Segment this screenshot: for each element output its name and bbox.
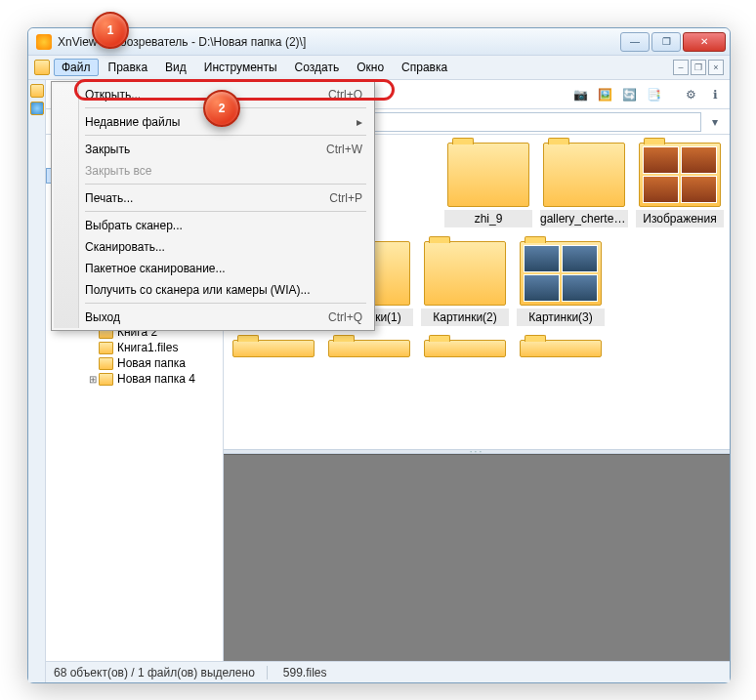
menu-print-label: Печать... [85,191,329,205]
app-icon [36,34,52,50]
thumbnail-item[interactable] [230,340,317,357]
tree-item-label: Новая папка 4 [117,372,195,386]
window-title: XnView - [Обозреватель - D:\Новая папка … [58,35,618,49]
vertical-toolstrip [28,80,46,682]
thumbnail-item[interactable]: Картинки(3) [517,241,605,326]
status-bar: 68 объект(ов) / 1 файл(ов) выделено 599.… [46,661,730,682]
thumbnail-item[interactable]: gallery_chertezhi... [540,143,628,227]
thumbnail-item[interactable]: Изображения [636,143,724,227]
menu-close-all: Закрыть все [54,160,372,182]
menu-close-all-label: Закрыть все [85,164,362,178]
close-button[interactable]: ✕ [683,32,726,52]
thumbnail-image [520,241,602,306]
mdi-close-button[interactable]: × [708,60,724,75]
menu-help[interactable]: Справка [394,59,455,76]
menu-exit-label: Выход [85,310,328,324]
menu-open-shortcut: Ctrl+O [328,88,362,102]
mdi-controls: – ❐ × [673,60,724,75]
window-controls: — ❐ ✕ [618,32,726,52]
thumbnail-item[interactable]: Картинки(2) [421,241,509,326]
sidebar-view-icon[interactable] [30,102,44,115]
thumbnail-item[interactable] [517,340,605,357]
menu-window[interactable]: Окно [349,59,392,76]
thumbnail-item[interactable]: zhi_9 [444,143,532,227]
window-frame: XnView - [Обозреватель - D:\Новая папка … [27,27,731,683]
thumbnail-image [639,143,721,207]
toolbar-convert-icon[interactable]: 🔄 [618,84,640,105]
menu-acquire-wia[interactable]: Получить со сканера или камеры (WIA)... [54,279,372,301]
toolbar-slide-icon[interactable]: 🖼️ [594,84,615,105]
folder-icon [99,342,113,354]
menubar-icon [34,60,50,75]
tree-expand-icon[interactable]: ⊞ [87,374,99,385]
menu-file[interactable]: Файл Открыть... Ctrl+O Недавние файлы ▸ … [54,59,99,76]
address-dropdown-icon[interactable]: ▾ [704,111,726,133]
thumbnail-item[interactable] [421,340,509,357]
menu-view[interactable]: Вид [157,59,194,76]
menu-edit[interactable]: Правка [101,59,156,76]
minimize-button[interactable]: — [620,32,650,52]
thumbnail-image [424,241,506,306]
menu-scan[interactable]: Сканировать... [54,236,372,258]
maximize-button[interactable]: ❐ [651,32,681,52]
toolbar-settings-icon[interactable]: ⚙ [680,84,701,105]
menu-exit[interactable]: Выход Ctrl+Q [54,307,372,328]
tree-item-label: Новая папка [117,356,186,370]
toolbar-info-icon[interactable]: ℹ [704,84,726,105]
menu-file-label: Файл [62,61,91,74]
menu-acquire-wia-label: Получить со сканера или камеры (WIA)... [85,283,362,297]
folder-icon [99,357,113,370]
thumbnail-image [447,143,529,207]
menu-tools[interactable]: Инструменты [196,59,285,76]
folder-icon [99,373,113,386]
mdi-restore-button[interactable]: ❐ [691,60,706,75]
menu-close-shortcut: Ctrl+W [326,143,362,156]
thumbnail-caption: zhi_9 [444,210,532,227]
menu-scan-label: Сканировать... [85,240,362,254]
thumbnail-item[interactable] [325,340,413,357]
tree-item[interactable]: Новая папка [46,355,223,371]
callout-2: 2 [203,90,240,127]
menu-print-shortcut: Ctrl+P [329,191,362,205]
menu-exit-shortcut: Ctrl+Q [328,310,362,324]
callout-1: 1 [92,12,129,49]
menu-select-scanner[interactable]: Выбрать сканер... [54,215,372,236]
tree-item[interactable]: Книга1.files [46,340,223,355]
menu-print[interactable]: Печать... Ctrl+P [54,187,372,209]
toolbar-camera-icon[interactable]: 📷 [569,84,591,105]
thumbnail-caption: Изображения [636,210,724,227]
menu-close-label: Закрыть [85,143,326,156]
preview-pane [224,454,730,661]
mdi-minimize-button[interactable]: – [673,60,689,75]
thumbnail-caption: gallery_chertezhi... [540,210,628,227]
tree-item[interactable]: ⊞Новая папка 4 [46,371,223,387]
thumbnail-image [543,143,625,207]
sidebar-browser-icon[interactable] [30,84,44,98]
thumbnail-caption: Картинки(3) [517,309,605,326]
toolbar-thumbnail-icon[interactable]: 📑 [643,84,664,105]
thumbnail-caption: Картинки(2) [421,309,509,326]
menu-batch-scan[interactable]: Пакетное сканирование... [54,258,372,279]
menubar: Файл Открыть... Ctrl+O Недавние файлы ▸ … [28,56,730,80]
menu-create[interactable]: Создать [287,59,348,76]
menu-close[interactable]: Закрыть Ctrl+W [54,139,372,160]
status-selection: 599.files [283,666,327,679]
submenu-arrow-icon: ▸ [357,115,362,129]
tree-item-label: Книга1.files [117,341,178,354]
status-count: 68 объект(ов) / 1 файл(ов) выделено [54,666,268,679]
titlebar[interactable]: XnView - [Обозреватель - D:\Новая папка … [28,28,730,56]
menu-select-scanner-label: Выбрать сканер... [85,219,362,232]
menu-batch-scan-label: Пакетное сканирование... [85,262,362,275]
